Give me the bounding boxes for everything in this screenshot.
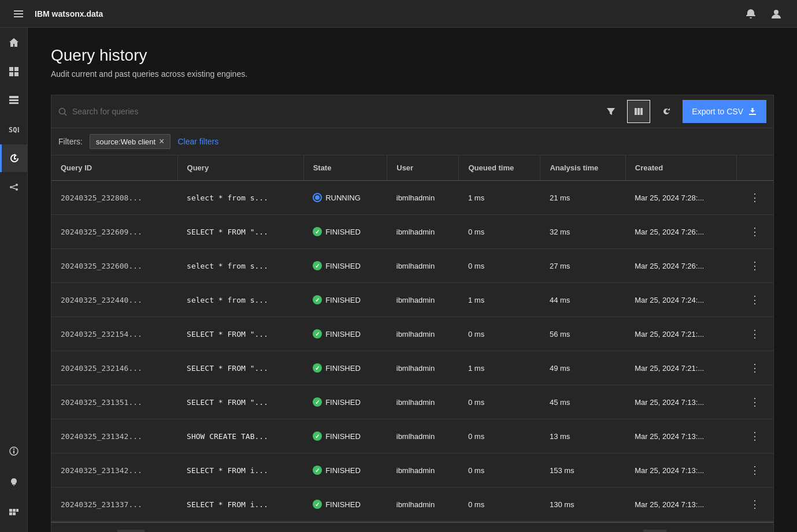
filter-tag-close-button[interactable]: ×	[159, 137, 164, 146]
col-header-query: Query	[177, 155, 303, 181]
cell-query-id: 20240325_232440...	[51, 283, 177, 317]
query-table: Query ID Query State User Queued time An…	[51, 155, 774, 522]
svg-rect-22	[9, 509, 12, 512]
cell-actions: ⋮	[736, 215, 773, 249]
page-select[interactable]: 1 2 3	[643, 530, 666, 533]
cell-queued-time: 0 ms	[459, 249, 540, 283]
cell-query-id: 20240325_232146...	[51, 351, 177, 385]
cell-created: Mar 25, 2024 7:26:...	[625, 215, 736, 249]
sidebar-item-apps[interactable]	[0, 500, 28, 527]
cell-query-id: 20240325_232808...	[51, 181, 177, 215]
cell-actions: ⋮	[736, 453, 773, 488]
cell-user: ibmlhadmin	[387, 453, 459, 488]
sidebar-item-sql[interactable]: SQL	[0, 116, 28, 143]
cell-actions: ⋮	[736, 419, 773, 453]
cell-state: FINISHED	[303, 351, 387, 385]
cell-state: FINISHED	[303, 385, 387, 419]
table-row: 20240325_232808... select * from s... RU…	[51, 181, 773, 215]
sidebar-item-history[interactable]	[0, 144, 28, 172]
row-menu-button[interactable]: ⋮	[746, 256, 764, 275]
left-nav: SQL	[0, 28, 28, 532]
svg-point-15	[16, 184, 18, 186]
search-input[interactable]	[72, 107, 595, 116]
prev-page-button[interactable]	[716, 524, 739, 532]
cell-created: Mar 25, 2024 7:13:...	[625, 453, 736, 488]
table-row: 20240325_231342... SHOW CREATE TAB... FI…	[51, 419, 773, 453]
svg-rect-13	[14, 158, 16, 159]
sidebar-item-table[interactable]	[0, 87, 28, 114]
sidebar-item-info[interactable]	[0, 437, 28, 465]
table-row: 20240325_232440... select * from s... FI…	[51, 283, 773, 317]
cell-state: FINISHED	[303, 249, 387, 283]
cell-analysis-time: 27 ms	[540, 249, 625, 283]
table-row: 20240325_232600... select * from s... FI…	[51, 249, 773, 283]
row-menu-button[interactable]: ⋮	[746, 461, 764, 479]
row-menu-button[interactable]: ⋮	[746, 359, 764, 377]
row-menu-button[interactable]: ⋮	[746, 495, 764, 514]
pagination-row: Items per page: 10 25 50 ▾ 1–10 of 22 it…	[51, 522, 774, 532]
cell-created: Mar 25, 2024 7:21:...	[625, 351, 736, 385]
table-row: 20240325_231342... SELECT * FROM i... FI…	[51, 453, 773, 488]
clear-filters-button[interactable]: Clear filters	[177, 137, 218, 146]
svg-point-3	[774, 10, 779, 14]
notification-button[interactable]	[739, 2, 762, 25]
cell-created: Mar 25, 2024 7:21:...	[625, 317, 736, 351]
cell-analysis-time: 49 ms	[540, 351, 625, 385]
row-menu-button[interactable]: ⋮	[746, 325, 764, 343]
cell-actions: ⋮	[736, 181, 773, 215]
cell-analysis-time: 32 ms	[540, 215, 625, 249]
export-csv-button[interactable]: Export to CSV	[683, 100, 766, 123]
filter-tag-source: source:Web client ×	[90, 134, 170, 149]
page-content: Query history Audit current and past que…	[28, 28, 797, 532]
row-menu-button[interactable]: ⋮	[746, 222, 764, 241]
cell-user: ibmlhadmin	[387, 419, 459, 453]
cell-query-id: 20240325_232154...	[51, 317, 177, 351]
cell-query: SELECT * FROM "...	[177, 385, 303, 419]
sidebar-item-home[interactable]	[0, 29, 28, 57]
cell-query: SELECT * FROM "...	[177, 215, 303, 249]
row-menu-button[interactable]: ⋮	[746, 188, 764, 207]
cell-actions: ⋮	[736, 249, 773, 283]
cell-query: SHOW CREATE TAB...	[177, 419, 303, 453]
items-per-page-select[interactable]: 10 25 50	[117, 530, 144, 533]
page-title: Query history	[51, 46, 774, 65]
row-menu-button[interactable]: ⋮	[746, 427, 764, 445]
col-header-created: Created	[625, 155, 736, 181]
cell-actions: ⋮	[736, 351, 773, 385]
table-row: 20240325_232154... SELECT * FROM "... FI…	[51, 317, 773, 351]
cell-queued-time: 1 ms	[459, 181, 540, 215]
cell-query: select * from s...	[177, 283, 303, 317]
svg-rect-32	[749, 114, 756, 115]
cell-user: ibmlhadmin	[387, 385, 459, 419]
sidebar-item-bulb[interactable]	[0, 468, 28, 496]
user-profile-button[interactable]	[765, 2, 788, 25]
menu-button[interactable]	[9, 0, 28, 28]
cell-state: FINISHED	[303, 215, 387, 249]
svg-rect-0	[14, 10, 23, 12]
filter-button[interactable]	[599, 100, 622, 123]
cell-created: Mar 25, 2024 7:13:...	[625, 385, 736, 419]
cell-query-id: 20240325_231351...	[51, 385, 177, 419]
cell-user: ibmlhadmin	[387, 283, 459, 317]
row-menu-button[interactable]: ⋮	[746, 393, 764, 411]
cell-user: ibmlhadmin	[387, 317, 459, 351]
cell-user: ibmlhadmin	[387, 488, 459, 522]
next-page-button[interactable]	[741, 524, 764, 532]
svg-rect-8	[9, 96, 18, 98]
cell-query-id: 20240325_232600...	[51, 249, 177, 283]
cell-state: FINISHED	[303, 317, 387, 351]
table-row: 20240325_231351... SELECT * FROM "... FI…	[51, 385, 773, 419]
svg-rect-2	[14, 16, 23, 17]
cell-queued-time: 0 ms	[459, 453, 540, 488]
sidebar-item-grid[interactable]	[0, 58, 28, 85]
app-title: IBM watsonx.data	[35, 9, 103, 18]
row-menu-button[interactable]: ⋮	[746, 291, 764, 309]
svg-line-28	[65, 113, 67, 116]
cell-query: SELECT * FROM i...	[177, 488, 303, 522]
refresh-button[interactable]	[655, 100, 678, 123]
cell-queued-time: 0 ms	[459, 419, 540, 453]
cell-user: ibmlhadmin	[387, 249, 459, 283]
sidebar-item-connections[interactable]	[0, 173, 28, 201]
svg-point-21	[13, 448, 14, 449]
columns-button[interactable]	[627, 100, 650, 123]
